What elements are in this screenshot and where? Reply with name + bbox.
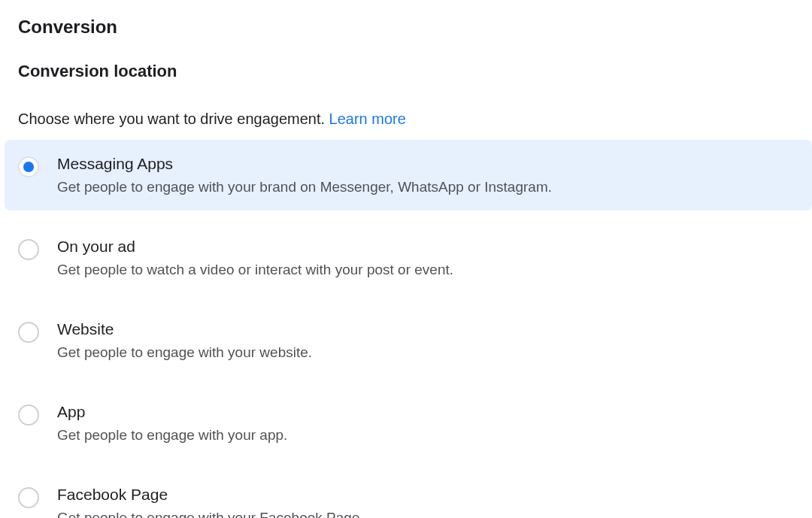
subsection-title: Conversion location — [18, 62, 794, 81]
radio-messaging-apps[interactable] — [18, 156, 39, 177]
learn-more-link[interactable]: Learn more — [329, 111, 406, 127]
option-text: On your ad Get people to watch a video o… — [57, 236, 453, 280]
option-description: Get people to engage with your brand on … — [57, 177, 552, 197]
option-app[interactable]: App Get people to engage with your app. — [5, 388, 812, 459]
radio-dot-icon — [23, 162, 34, 172]
description-text: Choose where you want to drive engagemen… — [18, 111, 329, 127]
option-description: Get people to watch a video or interact … — [57, 260, 453, 280]
radio-website[interactable] — [18, 322, 39, 343]
section-title: Conversion — [18, 17, 794, 38]
option-title: On your ad — [57, 236, 453, 257]
option-text: App Get people to engage with your app. — [57, 401, 287, 445]
conversion-description: Choose where you want to drive engagemen… — [18, 108, 794, 129]
option-title: Messaging Apps — [57, 153, 552, 174]
option-title: Facebook Page — [57, 484, 364, 505]
option-text: Messaging Apps Get people to engage with… — [57, 153, 552, 197]
option-title: Website — [57, 319, 312, 340]
radio-on-your-ad[interactable] — [18, 239, 39, 260]
radio-app[interactable] — [18, 404, 39, 426]
conversion-location-options: Messaging Apps Get people to engage with… — [5, 140, 812, 518]
option-facebook-page[interactable]: Facebook Page Get people to engage with … — [5, 471, 812, 518]
option-text: Facebook Page Get people to engage with … — [57, 484, 364, 518]
option-messaging-apps[interactable]: Messaging Apps Get people to engage with… — [5, 140, 812, 211]
option-description: Get people to engage with your Facebook … — [57, 508, 364, 518]
option-title: App — [57, 401, 287, 423]
radio-facebook-page[interactable] — [18, 487, 39, 508]
option-description: Get people to engage with your website. — [57, 343, 312, 362]
option-on-your-ad[interactable]: On your ad Get people to watch a video o… — [5, 223, 812, 293]
option-website[interactable]: Website Get people to engage with your w… — [5, 305, 812, 376]
option-description: Get people to engage with your app. — [57, 426, 287, 445]
option-text: Website Get people to engage with your w… — [57, 319, 312, 362]
